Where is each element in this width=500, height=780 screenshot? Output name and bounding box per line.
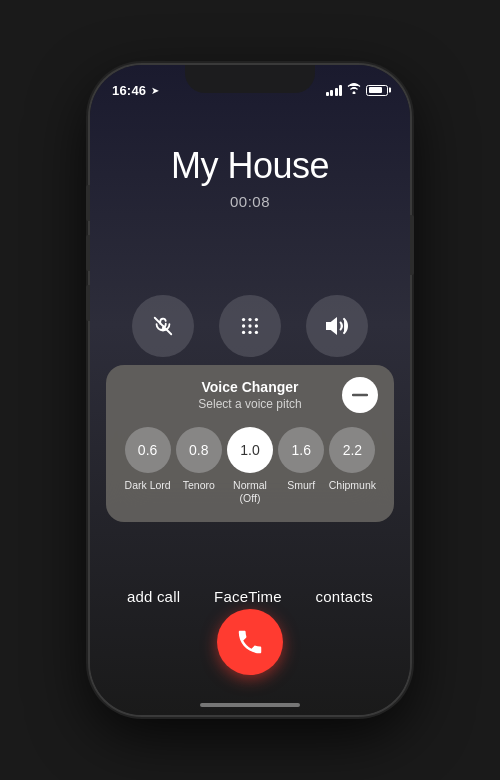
- mute-button[interactable]: [132, 295, 194, 357]
- end-call-button[interactable]: [217, 609, 283, 675]
- add-call-button[interactable]: add call: [127, 588, 180, 605]
- svg-point-6: [255, 324, 258, 327]
- voice-changer-popup: Voice Changer Select a voice pitch 0.6 D…: [106, 365, 394, 522]
- vc-option-tenoro[interactable]: 0.8 Tenoro: [173, 427, 224, 492]
- action-buttons: add call FaceTime contacts: [90, 588, 410, 605]
- svg-point-8: [248, 331, 251, 334]
- vc-label-chipmunk: Chipmunk: [329, 479, 376, 492]
- notch: [185, 65, 315, 93]
- call-content: My House 00:08: [90, 115, 410, 210]
- status-icons: [326, 83, 389, 97]
- contacts-button[interactable]: contacts: [316, 588, 373, 605]
- vc-circle-tenoro: 0.8: [176, 427, 222, 473]
- svg-point-7: [242, 331, 245, 334]
- vc-option-smurf[interactable]: 1.6 Smurf: [276, 427, 327, 492]
- call-duration: 00:08: [230, 193, 270, 210]
- vc-close-button[interactable]: [342, 377, 378, 413]
- wifi-icon: [347, 83, 361, 97]
- location-icon: ➤: [151, 85, 159, 96]
- phone-frame: 16:46 ➤: [90, 65, 410, 715]
- svg-point-5: [248, 324, 251, 327]
- vc-subtitle: Select a voice pitch: [158, 397, 342, 411]
- speaker-button[interactable]: [306, 295, 368, 357]
- vc-options: 0.6 Dark Lord 0.8 Tenoro 1.0 Normal (: [122, 427, 378, 504]
- phone-screen: 16:46 ➤: [90, 65, 410, 715]
- vc-label-smurf: Smurf: [287, 479, 315, 492]
- vc-title: Voice Changer: [158, 379, 342, 395]
- vc-option-chipmunk[interactable]: 2.2 Chipmunk: [327, 427, 378, 492]
- vc-option-dark-lord[interactable]: 0.6 Dark Lord: [122, 427, 173, 492]
- battery-icon: [366, 85, 388, 96]
- vc-label-tenoro: Tenoro: [183, 479, 215, 492]
- signal-icon: [326, 84, 343, 96]
- vc-title-group: Voice Changer Select a voice pitch: [158, 379, 342, 411]
- vc-circle-normal: 1.0: [227, 427, 273, 473]
- svg-point-1: [242, 318, 245, 321]
- caller-name: My House: [171, 145, 329, 187]
- home-indicator: [200, 703, 300, 707]
- vc-label-normal: Normal (Off): [224, 479, 275, 504]
- svg-point-4: [242, 324, 245, 327]
- svg-point-3: [255, 318, 258, 321]
- vc-circle-smurf: 1.6: [278, 427, 324, 473]
- vc-label-dark-lord: Dark Lord: [125, 479, 171, 492]
- status-time: 16:46: [112, 83, 146, 98]
- svg-point-2: [248, 318, 251, 321]
- call-buttons-row: [90, 295, 410, 357]
- vc-header: Voice Changer Select a voice pitch: [122, 379, 378, 413]
- vc-circle-dark-lord: 0.6: [125, 427, 171, 473]
- keypad-button[interactable]: [219, 295, 281, 357]
- vc-circle-chipmunk: 2.2: [329, 427, 375, 473]
- svg-point-9: [255, 331, 258, 334]
- facetime-button[interactable]: FaceTime: [214, 588, 282, 605]
- vc-option-normal[interactable]: 1.0 Normal (Off): [224, 427, 275, 504]
